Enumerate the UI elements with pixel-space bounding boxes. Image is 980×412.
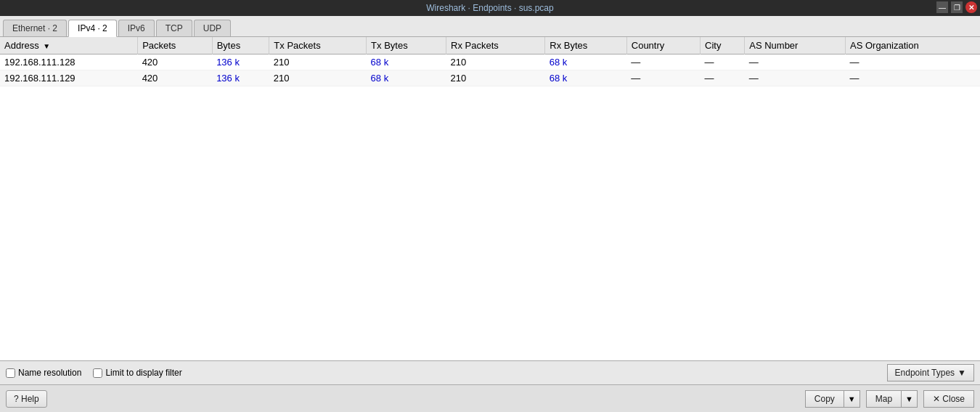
col-header-rx-bytes[interactable]: Rx Bytes bbox=[545, 37, 626, 54]
limit-filter-checkbox[interactable] bbox=[93, 368, 102, 378]
cell-address: 192.168.111.128 bbox=[0, 54, 138, 70]
map-button-group: Map ▼ bbox=[866, 390, 918, 408]
endpoint-types-arrow-icon: ▼ bbox=[957, 368, 966, 378]
sort-arrow-address: ▼ bbox=[43, 42, 50, 50]
close-window-button[interactable]: ✕ bbox=[965, 1, 977, 13]
cell-rx_packets: 210 bbox=[446, 70, 545, 86]
col-header-country[interactable]: Country bbox=[626, 37, 700, 54]
endpoint-types-button[interactable]: Endpoint Types ▼ bbox=[887, 364, 974, 381]
cell-city: — bbox=[701, 54, 745, 70]
maximize-button[interactable]: ❐ bbox=[951, 1, 963, 13]
map-dropdown-button[interactable]: ▼ bbox=[902, 390, 918, 408]
cell-packets: 420 bbox=[138, 70, 213, 86]
bottom-bar: ? Help Copy ▼ Map ▼ ✕ Close bbox=[0, 384, 980, 412]
cell-country: — bbox=[626, 54, 700, 70]
col-header-city[interactable]: City bbox=[701, 37, 745, 54]
table-scroll-area[interactable]: Address ▼ Packets Bytes Tx Packets Tx By… bbox=[0, 37, 980, 360]
col-header-tx-packets[interactable]: Tx Packets bbox=[269, 37, 367, 54]
main-content: Address ▼ Packets Bytes Tx Packets Tx By… bbox=[0, 37, 980, 360]
tab-tcp[interactable]: TCP bbox=[156, 20, 192, 36]
cell-tx_packets: 210 bbox=[269, 54, 367, 70]
window-title: Wireshark · Endpoints · sus.pcap bbox=[426, 3, 553, 13]
cell-tx_bytes: 68 k bbox=[367, 70, 446, 86]
status-bar: Name resolution Limit to display filter … bbox=[0, 360, 980, 384]
cell-rx_packets: 210 bbox=[446, 54, 545, 70]
cell-tx_packets: 210 bbox=[269, 70, 367, 86]
col-header-bytes[interactable]: Bytes bbox=[212, 37, 269, 54]
col-header-address[interactable]: Address ▼ bbox=[0, 37, 138, 54]
cell-rx_bytes: 68 k bbox=[545, 70, 626, 86]
close-button[interactable]: ✕ Close bbox=[923, 390, 974, 408]
minimize-button[interactable]: — bbox=[936, 1, 948, 13]
name-resolution-checkbox-label[interactable]: Name resolution bbox=[6, 368, 81, 378]
cell-country: — bbox=[626, 70, 700, 86]
map-arrow-icon: ▼ bbox=[905, 395, 913, 403]
cell-as_org: — bbox=[845, 70, 980, 86]
map-button[interactable]: Map bbox=[866, 390, 902, 408]
endpoint-types-group: Endpoint Types ▼ bbox=[887, 364, 974, 381]
title-bar: Wireshark · Endpoints · sus.pcap — ❐ ✕ bbox=[0, 0, 980, 16]
cell-rx_bytes: 68 k bbox=[545, 54, 626, 70]
cell-as_number: — bbox=[745, 70, 846, 86]
cell-as_number: — bbox=[745, 54, 846, 70]
tab-ethernet[interactable]: Ethernet · 2 bbox=[3, 20, 67, 36]
col-header-as-org[interactable]: AS Organization bbox=[845, 37, 980, 54]
col-header-as-number[interactable]: AS Number bbox=[745, 37, 846, 54]
cell-packets: 420 bbox=[138, 54, 213, 70]
cell-city: — bbox=[701, 70, 745, 86]
col-header-tx-bytes[interactable]: Tx Bytes bbox=[367, 37, 446, 54]
help-button[interactable]: ? Help bbox=[6, 390, 47, 408]
cell-bytes: 136 k bbox=[212, 54, 269, 70]
window-controls: — ❐ ✕ bbox=[936, 1, 977, 13]
copy-button[interactable]: Copy bbox=[805, 390, 844, 408]
cell-tx_bytes: 68 k bbox=[367, 54, 446, 70]
cell-as_org: — bbox=[845, 54, 980, 70]
table-row[interactable]: 192.168.111.128420136 k21068 k21068 k———… bbox=[0, 54, 980, 70]
tab-ipv6[interactable]: IPv6 bbox=[118, 20, 155, 36]
tab-bar: Ethernet · 2 IPv4 · 2 IPv6 TCP UDP bbox=[0, 16, 980, 37]
col-header-rx-packets[interactable]: Rx Packets bbox=[446, 37, 545, 54]
limit-filter-checkbox-label[interactable]: Limit to display filter bbox=[93, 368, 181, 378]
table-row[interactable]: 192.168.111.129420136 k21068 k21068 k———… bbox=[0, 70, 980, 86]
col-header-packets[interactable]: Packets bbox=[138, 37, 213, 54]
cell-address: 192.168.111.129 bbox=[0, 70, 138, 86]
table-body: 192.168.111.128420136 k21068 k21068 k———… bbox=[0, 54, 980, 86]
table-header-row: Address ▼ Packets Bytes Tx Packets Tx By… bbox=[0, 37, 980, 54]
copy-button-group: Copy ▼ bbox=[805, 390, 860, 408]
name-resolution-checkbox[interactable] bbox=[6, 368, 15, 378]
copy-dropdown-button[interactable]: ▼ bbox=[844, 390, 860, 408]
cell-bytes: 136 k bbox=[212, 70, 269, 86]
tab-ipv4[interactable]: IPv4 · 2 bbox=[68, 20, 117, 37]
endpoints-table: Address ▼ Packets Bytes Tx Packets Tx By… bbox=[0, 37, 980, 86]
tab-udp[interactable]: UDP bbox=[194, 20, 231, 36]
copy-arrow-icon: ▼ bbox=[848, 395, 856, 403]
